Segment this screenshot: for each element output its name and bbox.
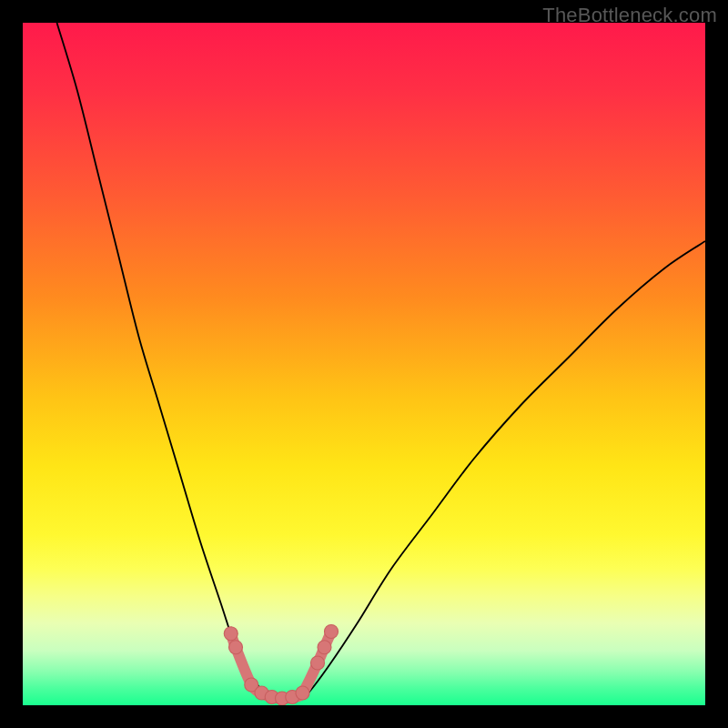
marker-dot bbox=[296, 686, 309, 700]
chart-curves bbox=[23, 23, 705, 705]
marker-dot bbox=[318, 641, 331, 654]
right-curve bbox=[296, 241, 705, 702]
marker-dot bbox=[229, 641, 243, 654]
marker-dot bbox=[224, 627, 238, 641]
bottom-markers bbox=[224, 625, 338, 706]
marker-dot bbox=[311, 656, 325, 670]
chart-plot-area bbox=[23, 23, 705, 705]
marker-dot bbox=[325, 625, 339, 639]
left-curve bbox=[57, 23, 276, 702]
